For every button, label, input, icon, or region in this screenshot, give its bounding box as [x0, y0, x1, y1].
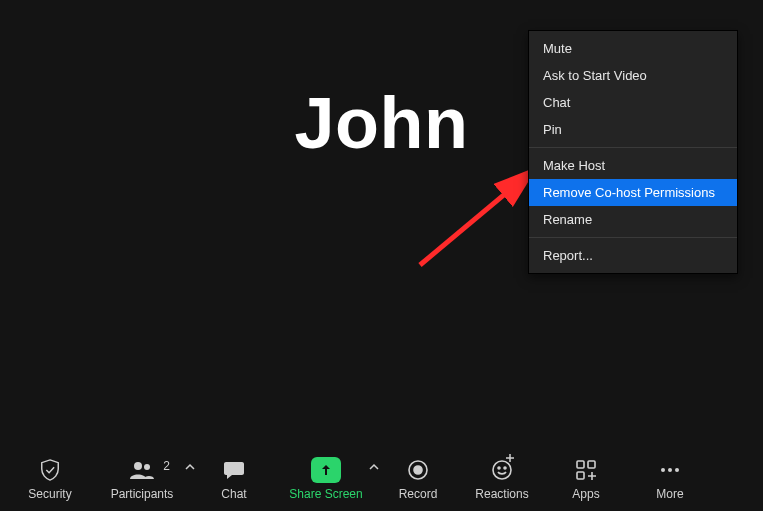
svg-point-6 [498, 467, 500, 469]
shield-icon [39, 457, 61, 483]
reactions-label: Reactions [475, 487, 528, 501]
security-label: Security [28, 487, 71, 501]
participant-context-menu: Mute Ask to Start Video Chat Pin Make Ho… [528, 30, 738, 274]
chat-icon [222, 457, 246, 483]
participants-button[interactable]: 2 Participants [92, 449, 192, 509]
menu-item-report[interactable]: Report... [529, 242, 737, 269]
participants-icon [127, 457, 157, 483]
apps-label: Apps [572, 487, 599, 501]
more-label: More [656, 487, 683, 501]
svg-point-7 [504, 467, 506, 469]
share-screen-label: Share Screen [289, 487, 362, 501]
svg-point-5 [493, 461, 511, 479]
menu-item-remove-cohost[interactable]: Remove Co-host Permissions [529, 179, 737, 206]
svg-rect-10 [577, 472, 584, 479]
svg-point-1 [134, 462, 142, 470]
menu-item-rename[interactable]: Rename [529, 206, 737, 233]
chat-button[interactable]: Chat [192, 449, 276, 509]
menu-item-make-host[interactable]: Make Host [529, 152, 737, 179]
participants-label: Participants [111, 487, 174, 501]
svg-line-0 [420, 173, 530, 265]
share-screen-button[interactable]: Share Screen [276, 449, 376, 509]
reactions-icon [491, 457, 513, 483]
record-label: Record [399, 487, 438, 501]
security-button[interactable]: Security [8, 449, 92, 509]
svg-rect-9 [588, 461, 595, 468]
svg-point-11 [661, 468, 665, 472]
svg-point-4 [414, 466, 422, 474]
meeting-toolbar: Security 2 Participants Chat [0, 447, 763, 511]
apps-button[interactable]: Apps [544, 449, 628, 509]
more-icon [658, 457, 682, 483]
svg-point-2 [144, 464, 150, 470]
svg-point-12 [668, 468, 672, 472]
apps-icon [575, 457, 597, 483]
more-button[interactable]: More [628, 449, 712, 509]
chat-label: Chat [221, 487, 246, 501]
menu-item-pin[interactable]: Pin [529, 116, 737, 143]
video-area: John Mute Ask to Start Video Chat Pin Ma… [0, 0, 763, 447]
participants-count: 2 [163, 459, 170, 473]
svg-rect-8 [577, 461, 584, 468]
menu-item-ask-start-video[interactable]: Ask to Start Video [529, 62, 737, 89]
plus-icon [505, 453, 515, 463]
share-screen-icon [311, 457, 341, 483]
record-icon [407, 457, 429, 483]
menu-separator [529, 237, 737, 238]
menu-separator [529, 147, 737, 148]
svg-point-13 [675, 468, 679, 472]
menu-item-mute[interactable]: Mute [529, 35, 737, 62]
menu-item-chat[interactable]: Chat [529, 89, 737, 116]
reactions-button[interactable]: Reactions [460, 449, 544, 509]
record-button[interactable]: Record [376, 449, 460, 509]
